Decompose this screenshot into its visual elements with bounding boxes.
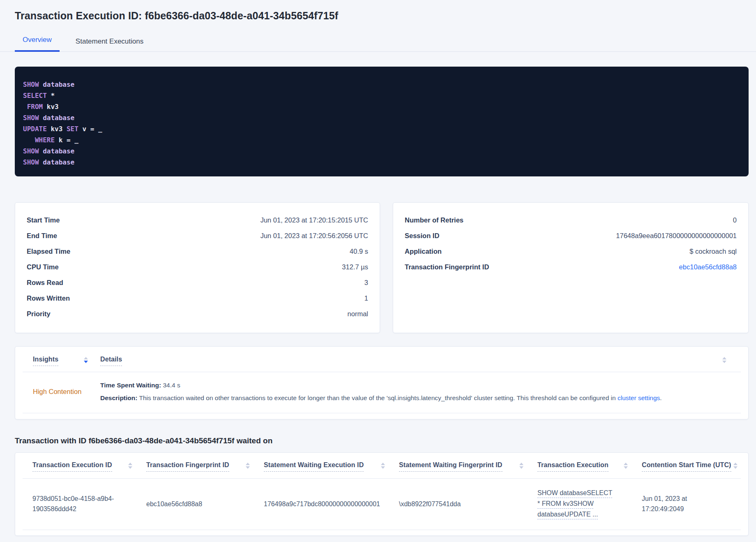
sql-code-line: SHOW database (23, 146, 739, 157)
cluster-settings-link[interactable]: cluster settings (618, 394, 660, 401)
start-time-label: Start Time (27, 216, 60, 224)
insights-column-header[interactable]: Insights (23, 356, 100, 366)
sort-icon[interactable] (519, 463, 523, 469)
transaction-execution-statements-link[interactable]: SHOW databaseSELECT * FROM kv3SHOW datab… (537, 488, 614, 520)
elapsed-time-label: Elapsed Time (27, 248, 70, 255)
sort-icon[interactable] (381, 463, 385, 469)
waited-on-section-title: Transaction with ID f6be6366-da03-48de-a… (15, 436, 749, 445)
cpu-time-label: CPU Time (27, 263, 59, 271)
transaction-execution-id-cell: 9738d051-bc0e-4158-a9b4-1903586ddd42 (23, 493, 146, 514)
column-header-contention-start-time[interactable]: Contention Start Time (UTC) (642, 461, 741, 472)
sql-statements-box: SHOW databaseSELECT * FROM kv3SHOW datab… (15, 67, 749, 176)
sort-icon[interactable] (128, 463, 132, 469)
insights-table-header: Insights Details (23, 347, 741, 372)
summary-row-elapsed-time: Elapsed Time40.9 s (27, 244, 368, 259)
number-of-retries-value: 0 (733, 216, 737, 224)
column-header-statement-waiting-fingerprint-id[interactable]: Statement Waiting Fingerprint ID (399, 461, 537, 472)
transaction-fingerprint-id-value-link[interactable]: ebc10ae56cfd88a8 (679, 263, 737, 271)
waited-table-row: 9738d051-bc0e-4158-a9b4-1903586ddd42ebc1… (23, 479, 741, 530)
sort-icon[interactable] (84, 357, 88, 363)
statement-waiting-fingerprint-id-cell: \xdb8922f077541dda (399, 499, 537, 509)
waited-on-card: Transaction Execution IDTransaction Fing… (15, 452, 749, 536)
transaction-fingerprint-id-label: Transaction Fingerprint ID (405, 263, 489, 271)
priority-label: Priority (27, 310, 51, 318)
details-column-header[interactable]: Details (100, 356, 741, 366)
application-label: Application (405, 248, 442, 255)
summary-row-end-time: End TimeJun 01, 2023 at 17:20:56:2056 UT… (27, 228, 368, 244)
sort-icon[interactable] (722, 357, 726, 363)
summary-row-rows-read: Rows Read3 (27, 275, 368, 291)
start-time-value: Jun 01, 2023 at 17:20:15:2015 UTC (260, 216, 368, 224)
sql-code-line: SELECT * (23, 90, 739, 101)
rows-written-label: Rows Written (27, 294, 70, 302)
transaction-fingerprint-id-cell: ebc10ae56cfd88a8 (146, 499, 264, 509)
cpu-time-value: 312.7 µs (342, 263, 368, 271)
sort-icon[interactable] (733, 463, 738, 469)
summary-row-cpu-time: CPU Time312.7 µs (27, 259, 368, 275)
sort-icon[interactable] (624, 463, 628, 469)
sql-code-line: WHERE k = _ (23, 134, 739, 146)
tab-overview[interactable]: Overview (15, 32, 60, 52)
sql-code-line: SHOW database (23, 112, 739, 123)
contention-start-time-cell: Jun 01, 2023 at 17:20:49:2049 (642, 493, 741, 514)
summary-row-number-of-retries: Number of Retries0 (405, 213, 737, 228)
time-spent-waiting: Time Spent Waiting: 34.4 s (100, 381, 741, 390)
sql-code-line: FROM kv3 (23, 101, 739, 112)
insights-card: Insights Details High Contention Time Sp… (15, 346, 749, 419)
tab-statement-executions[interactable]: Statement Executions (68, 33, 151, 52)
priority-value: normal (348, 310, 368, 318)
summary-row-start-time: Start TimeJun 01, 2023 at 17:20:15:2015 … (27, 213, 368, 228)
summary-row-priority: Prioritynormal (27, 306, 368, 322)
page-title: Transaction Execution ID: f6be6366-da03-… (15, 10, 741, 22)
end-time-label: End Time (27, 232, 57, 240)
waited-table-header: Transaction Execution IDTransaction Fing… (23, 453, 741, 479)
insight-description: Description: This transaction waited on … (100, 394, 741, 403)
column-header-transaction-fingerprint-id[interactable]: Transaction Fingerprint ID (146, 461, 264, 472)
sql-code-line: UPDATE kv3 SET v = _ (23, 123, 739, 134)
sql-code-line: SHOW database (23, 157, 739, 168)
summary-card-timing: Start TimeJun 01, 2023 at 17:20:15:2015 … (15, 202, 380, 333)
session-id-label: Session ID (405, 232, 439, 240)
number-of-retries-label: Number of Retries (405, 216, 463, 224)
column-header-transaction-execution-id[interactable]: Transaction Execution ID (23, 461, 146, 472)
insight-details: Time Spent Waiting: 34.4 s Description: … (100, 381, 741, 403)
insight-type-label: High Contention (23, 388, 100, 396)
summary-row-transaction-fingerprint-id: Transaction Fingerprint IDebc10ae56cfd88… (405, 259, 737, 275)
summary-row-session-id: Session ID17648a9eea60178000000000000000… (405, 228, 737, 244)
transaction-execution-statements-link: SHOW databaseSELECT * FROM kv3SHOW datab… (537, 488, 642, 520)
sort-icon[interactable] (246, 463, 250, 469)
sql-code-line: SHOW database (23, 79, 739, 90)
summary-cards-row: Start TimeJun 01, 2023 at 17:20:15:2015 … (15, 202, 749, 333)
statement-waiting-execution-id-cell: 176498a9c717bdc80000000000000001 (264, 499, 399, 509)
rows-read-value: 3 (364, 279, 368, 287)
insight-row: High Contention Time Spent Waiting: 34.4… (23, 372, 741, 413)
summary-card-session: Number of Retries0Session ID17648a9eea60… (393, 202, 749, 333)
end-time-value: Jun 01, 2023 at 17:20:56:2056 UTC (260, 232, 368, 240)
column-header-statement-waiting-execution-id[interactable]: Statement Waiting Execution ID (264, 461, 399, 472)
column-header-transaction-execution[interactable]: Transaction Execution (537, 461, 642, 472)
application-value: $ cockroach sql (689, 248, 737, 255)
summary-row-rows-written: Rows Written1 (27, 291, 368, 306)
session-id-value: 17648a9eea6017800000000000000001 (616, 232, 737, 240)
rows-read-label: Rows Read (27, 279, 63, 287)
elapsed-time-value: 40.9 s (350, 248, 368, 255)
main-content: SHOW databaseSELECT * FROM kv3SHOW datab… (15, 67, 749, 536)
tabs-bar: Overview Statement Executions (0, 32, 756, 52)
rows-written-value: 1 (364, 294, 368, 302)
summary-row-application: Application$ cockroach sql (405, 244, 737, 259)
